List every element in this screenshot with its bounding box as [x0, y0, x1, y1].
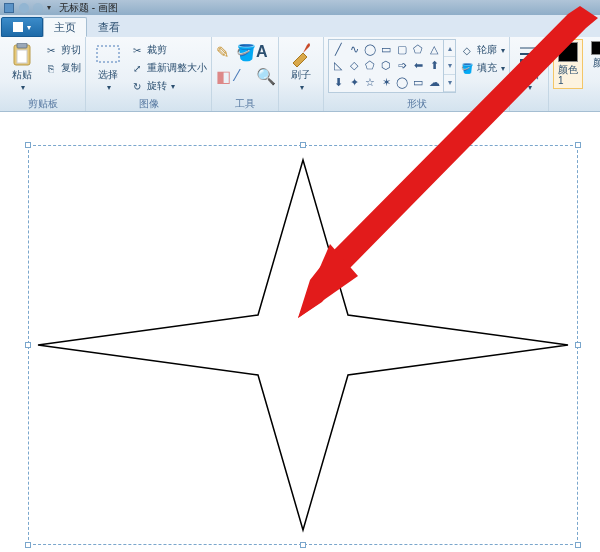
scroll-up-icon[interactable]: ▴ — [444, 40, 455, 57]
undo-icon[interactable] — [19, 3, 29, 13]
color2-button[interactable]: 颜 — [587, 39, 600, 70]
selection-rect-icon — [96, 43, 120, 67]
group-brush: 刷子 ▾ — [279, 37, 324, 111]
color2-swatch — [591, 41, 600, 55]
shape-outline-button[interactable]: ◇轮廓▾ — [460, 41, 505, 59]
shape-curve[interactable]: ∿ — [346, 41, 362, 58]
shape-oval[interactable]: ◯ — [362, 41, 378, 58]
qat-dropdown-icon[interactable]: ▾ — [47, 3, 51, 12]
color1-swatch — [558, 42, 578, 62]
svg-rect-2 — [17, 50, 27, 63]
group-clipboard: 粘贴 ▾ ✂剪切 ⎘复制 剪贴板 — [0, 37, 86, 111]
ribbon: 粘贴 ▾ ✂剪切 ⎘复制 剪贴板 选择 ▾ ✂裁剪 ⤢重新调整大小 ↻旋转▾ — [0, 37, 600, 112]
rotate-icon: ↻ — [130, 79, 144, 93]
title-bar: ▾ 无标题 - 画图 — [0, 0, 600, 15]
shape-callout-cloud[interactable]: ☁ — [426, 74, 442, 91]
color1-button[interactable]: 颜色 1 — [553, 39, 583, 89]
shape-rtriangle[interactable]: ◺ — [330, 58, 346, 75]
group-image: 选择 ▾ ✂裁剪 ⤢重新调整大小 ↻旋转▾ 图像 — [86, 37, 212, 111]
shape-star6[interactable]: ✶ — [378, 74, 394, 91]
svg-marker-7 — [38, 160, 568, 530]
shape-roundrect[interactable]: ▢ — [394, 41, 410, 58]
brush-button[interactable]: 刷子 ▾ — [283, 39, 319, 95]
shape-rarrow[interactable]: ➩ — [394, 58, 410, 75]
clipboard-icon — [10, 43, 34, 67]
pencil-tool[interactable]: ✎ — [216, 43, 234, 65]
shape-rect[interactable]: ▭ — [378, 41, 394, 58]
shape-fill-button[interactable]: 🪣填充▾ — [460, 59, 505, 77]
magnifier-tool[interactable]: 🔍 — [256, 67, 274, 89]
eraser-tool[interactable]: ◧ — [216, 67, 234, 89]
shape-star5[interactable]: ☆ — [362, 74, 378, 91]
resize-icon: ⤢ — [130, 61, 144, 75]
svg-rect-3 — [97, 46, 119, 62]
shape-diamond[interactable]: ◇ — [346, 58, 362, 75]
crop-button[interactable]: ✂裁剪 — [130, 41, 207, 59]
group-label-image: 图像 — [90, 97, 207, 111]
resize-button[interactable]: ⤢重新调整大小 — [130, 59, 207, 77]
file-menu-button[interactable]: ▾ — [1, 17, 43, 37]
cut-button[interactable]: ✂剪切 — [44, 41, 81, 59]
four-point-star-shape[interactable] — [28, 145, 578, 545]
shapes-scroll[interactable]: ▴ ▾ ▾ — [443, 40, 455, 92]
paste-button[interactable]: 粘贴 ▾ — [4, 39, 40, 95]
shape-uarrow[interactable]: ⬆ — [426, 58, 442, 75]
group-label-tools: 工具 — [216, 97, 274, 111]
size-button[interactable]: 粗细 ▾ — [514, 39, 544, 95]
fill-icon: 🪣 — [460, 61, 474, 75]
group-label-clipboard: 剪贴板 — [4, 97, 81, 111]
shape-darrow[interactable]: ⬇ — [330, 74, 346, 91]
scroll-down-icon[interactable]: ▾ — [444, 57, 455, 74]
shape-star4[interactable]: ✦ — [346, 74, 362, 91]
shape-pentagon[interactable]: ⬠ — [362, 58, 378, 75]
copy-button[interactable]: ⎘复制 — [44, 59, 81, 77]
brush-icon — [289, 43, 313, 67]
group-colors: 颜色 1 颜 — [549, 37, 600, 111]
group-tools: ✎ 🪣 A ◧ ⁄ 🔍 工具 — [212, 37, 279, 111]
shape-larrow[interactable]: ⬅ — [410, 58, 426, 75]
shapes-gallery[interactable]: ╱ ∿ ◯ ▭ ▢ ⬠ △ ◺ ◇ ⬠ ⬡ ➩ ⬅ ⬆ ⬇ ✦ ☆ — [328, 39, 456, 93]
crop-icon: ✂ — [130, 43, 144, 57]
redo-icon[interactable] — [33, 3, 43, 13]
shape-hexagon[interactable]: ⬡ — [378, 58, 394, 75]
tab-view[interactable]: 查看 — [87, 17, 131, 37]
file-menu-icon — [13, 22, 23, 32]
shape-polygon[interactable]: ⬠ — [410, 41, 426, 58]
shape-triangle[interactable]: △ — [426, 41, 442, 58]
outline-icon: ◇ — [460, 43, 474, 57]
window-title: 无标题 - 画图 — [59, 1, 118, 15]
expand-gallery-icon[interactable]: ▾ — [444, 75, 455, 92]
tab-strip: ▾ 主页 查看 — [0, 15, 600, 37]
select-button[interactable]: 选择 ▾ — [90, 39, 126, 95]
svg-rect-1 — [17, 43, 27, 48]
shape-line[interactable]: ╱ — [330, 41, 346, 58]
fill-tool[interactable]: 🪣 — [236, 43, 254, 65]
shape-callout-round[interactable]: ◯ — [394, 74, 410, 91]
shape-callout-rect[interactable]: ▭ — [410, 74, 426, 91]
text-tool[interactable]: A — [256, 43, 274, 65]
group-label-shapes: 形状 — [328, 97, 505, 111]
save-icon[interactable] — [4, 3, 14, 13]
canvas-area[interactable] — [0, 112, 600, 552]
copy-icon: ⎘ — [44, 61, 58, 75]
picker-tool[interactable]: ⁄ — [236, 67, 254, 89]
scissors-icon: ✂ — [44, 43, 58, 57]
group-shapes: ╱ ∿ ◯ ▭ ▢ ⬠ △ ◺ ◇ ⬠ ⬡ ➩ ⬅ ⬆ ⬇ ✦ ☆ — [324, 37, 510, 111]
rotate-button[interactable]: ↻旋转▾ — [130, 77, 207, 95]
tab-home[interactable]: 主页 — [43, 17, 87, 37]
group-size: 粗细 ▾ — [510, 37, 549, 111]
size-icon — [517, 43, 541, 67]
